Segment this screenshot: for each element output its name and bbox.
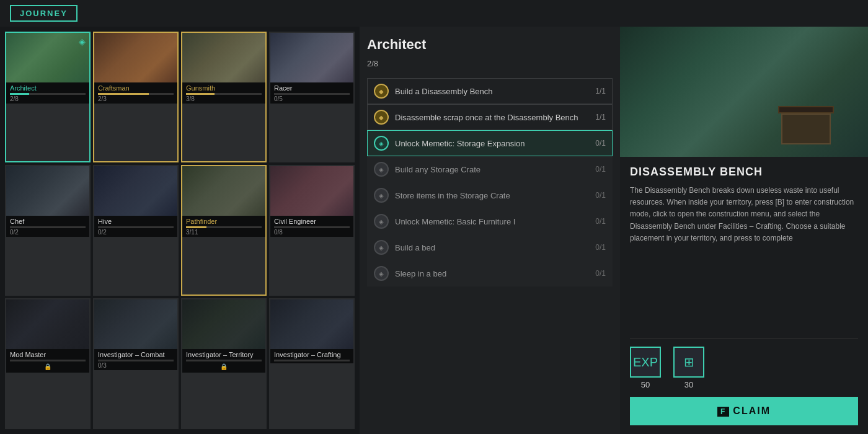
active-icon: ◈ <box>79 37 86 46</box>
task-row-task-1[interactable]: ◆ Build a Disassembly Bench 1/1 <box>367 78 613 104</box>
card-pathfinder[interactable]: Pathfinder 3/11 <box>181 165 267 296</box>
card-score-pathfinder: 3/11 <box>186 229 262 236</box>
progress-wrap-civil-engineer <box>274 226 350 228</box>
task-icon-task-8: ◈ <box>374 266 389 281</box>
bench-body <box>781 113 831 144</box>
card-bottom-architect: Architect 2/8 <box>6 82 89 104</box>
main-layout: ◈ Architect 2/8 Craftsman 2/3 Gunsmith <box>0 27 868 434</box>
task-icon-task-4: ◈ <box>374 162 389 177</box>
card-civil-engineer[interactable]: Civil Engineer 0/8 <box>269 165 355 296</box>
task-row-task-5[interactable]: ◈ Store items in the Storage Crate 0/1 <box>367 182 613 208</box>
card-bottom-pathfinder: Pathfinder 3/11 <box>182 216 265 237</box>
card-bg-hive <box>94 166 177 216</box>
card-bottom-hive: Hive 0/2 <box>94 216 177 237</box>
card-bottom-gunsmith: Gunsmith 3/8 <box>182 82 265 104</box>
task-icon-task-6: ◈ <box>374 214 389 229</box>
card-mod-master[interactable]: Mod Master 🔒 <box>5 298 91 429</box>
card-bg-pathfinder <box>182 166 265 216</box>
card-score-chef: 0/2 <box>10 229 86 236</box>
reward-item-1: ⊞ 30 <box>673 347 704 389</box>
progress-fill-craftsman <box>98 93 149 95</box>
progress-wrap-gunsmith <box>186 93 262 95</box>
card-bottom-investigator-territory: Investigator – Territory 🔒 <box>182 349 265 373</box>
progress-wrap-architect <box>10 93 86 95</box>
card-bottom-investigator-combat: Investigator – Combat 0/3 <box>94 349 177 370</box>
card-craftsman[interactable]: Craftsman 2/3 <box>93 32 179 162</box>
card-name-hive: Hive <box>98 218 174 225</box>
card-architect[interactable]: ◈ Architect 2/8 <box>5 32 91 162</box>
task-row-task-6[interactable]: ◈ Unlock Memetic: Basic Furniture I 0/1 <box>367 208 613 234</box>
task-label-task-8: Sleep in a bed <box>395 269 589 278</box>
reward-icon-1: ⊞ <box>673 347 704 378</box>
task-icon-task-3: ◈ <box>374 136 389 151</box>
task-count-task-7: 0/1 <box>595 243 606 252</box>
task-label-task-3: Unlock Memetic: Storage Expansion <box>395 139 589 148</box>
progress-fill-gunsmith <box>186 93 215 95</box>
tasks-panel: Architect 2/8 ◆ Build a Disassembly Benc… <box>360 27 620 434</box>
card-score-investigator-combat: 0/3 <box>98 362 174 369</box>
card-name-chef: Chef <box>10 218 86 225</box>
task-icon-task-2: ◆ <box>374 110 389 125</box>
progress-wrap-craftsman <box>98 93 174 95</box>
bench-illustration <box>769 95 843 144</box>
card-gunsmith[interactable]: Gunsmith 3/8 <box>181 32 267 162</box>
reward-value-1: 30 <box>684 380 693 389</box>
progress-fill-architect <box>10 93 29 95</box>
card-name-craftsman: Craftsman <box>98 84 174 92</box>
task-count-task-2: 1/1 <box>595 113 606 122</box>
card-bg-investigator-crafting <box>270 299 353 349</box>
detail-description: The Disassembly Bench breaks down useles… <box>630 185 858 331</box>
card-grid: ◈ Architect 2/8 Craftsman 2/3 Gunsmith <box>0 27 360 434</box>
task-list: ◆ Build a Disassembly Bench 1/1 ◆ Disass… <box>367 78 613 286</box>
detail-item-name: DISASSEMBLY BENCH <box>630 166 858 179</box>
task-label-task-1: Build a Disassembly Bench <box>395 87 589 96</box>
progress-fill-pathfinder <box>186 226 206 228</box>
claim-button[interactable]: FCLAIM <box>630 397 858 425</box>
card-bottom-craftsman: Craftsman 2/3 <box>94 82 177 104</box>
lock-icon-mod-master: 🔒 <box>10 362 86 371</box>
task-label-task-5: Store items in the Storage Crate <box>395 191 589 200</box>
card-bg-chef <box>6 166 89 216</box>
card-bottom-mod-master: Mod Master 🔒 <box>6 349 89 373</box>
reward-value-0: 50 <box>641 380 650 389</box>
task-row-task-7[interactable]: ◈ Build a bed 0/1 <box>367 234 613 260</box>
progress-wrap-hive <box>98 226 174 228</box>
card-investigator-crafting[interactable]: Investigator – Crafting <box>269 298 355 429</box>
progress-wrap-investigator-territory <box>186 360 262 361</box>
card-name-investigator-territory: Investigator – Territory <box>186 351 262 358</box>
card-investigator-territory[interactable]: Investigator – Territory 🔒 <box>181 298 267 429</box>
card-bg-gunsmith <box>182 33 265 82</box>
card-hive[interactable]: Hive 0/2 <box>93 165 179 296</box>
task-label-task-4: Build any Storage Crate <box>395 165 589 174</box>
claim-key: F <box>717 407 729 417</box>
task-count-task-1: 1/1 <box>595 87 606 95</box>
card-bg-civil-engineer <box>270 166 353 216</box>
card-score-civil-engineer: 0/8 <box>274 229 350 236</box>
card-name-mod-master: Mod Master <box>10 351 86 358</box>
task-row-task-8[interactable]: ◈ Sleep in a bed 0/1 <box>367 260 613 286</box>
card-bg-mod-master <box>6 299 89 349</box>
card-name-civil-engineer: Civil Engineer <box>274 218 350 225</box>
reward-icon-0: EXP <box>630 347 661 378</box>
task-count-task-4: 0/1 <box>595 165 606 174</box>
progress-wrap-pathfinder <box>186 226 262 228</box>
progress-wrap-mod-master <box>10 360 86 361</box>
task-row-task-2[interactable]: ◆ Disassemble scrap once at the Disassem… <box>367 104 613 130</box>
lock-icon-investigator-territory: 🔒 <box>186 362 262 371</box>
card-racer[interactable]: Racer 0/5 <box>269 32 355 162</box>
card-bg-racer <box>270 33 353 82</box>
progress-wrap-chef <box>10 226 86 228</box>
task-row-task-3[interactable]: ◈ Unlock Memetic: Storage Expansion 0/1 <box>367 130 613 156</box>
progress-wrap-racer <box>274 93 350 95</box>
card-bg-craftsman <box>94 33 177 82</box>
task-row-task-4[interactable]: ◈ Build any Storage Crate 0/1 <box>367 156 613 182</box>
card-name-investigator-crafting: Investigator – Crafting <box>274 351 350 358</box>
task-count-task-5: 0/1 <box>595 191 606 200</box>
task-count-task-3: 0/1 <box>595 139 606 148</box>
card-bottom-civil-engineer: Civil Engineer 0/8 <box>270 216 353 237</box>
card-chef[interactable]: Chef 0/2 <box>5 165 91 296</box>
card-investigator-combat[interactable]: Investigator – Combat 0/3 <box>93 298 179 429</box>
card-score-craftsman: 2/3 <box>98 95 174 102</box>
card-name-pathfinder: Pathfinder <box>186 218 262 225</box>
card-bottom-racer: Racer 0/5 <box>270 82 353 104</box>
